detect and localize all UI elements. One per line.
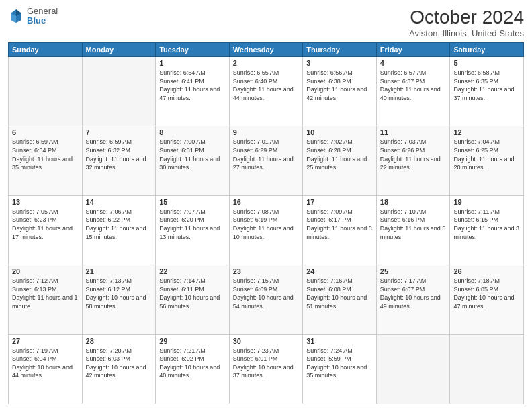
title-area: October 2024 Aviston, Illinois, United S… bbox=[409, 7, 524, 38]
day-number-3: 3 bbox=[306, 59, 373, 67]
week-row-3: 13Sunrise: 7:05 AMSunset: 6:23 PMDayligh… bbox=[9, 195, 524, 265]
day-number-31: 31 bbox=[306, 337, 373, 345]
day-info-9: Sunrise: 7:01 AMSunset: 6:29 PMDaylight:… bbox=[233, 138, 300, 171]
logo-blue-text: Blue bbox=[27, 16, 58, 26]
day-info-13: Sunrise: 7:05 AMSunset: 6:23 PMDaylight:… bbox=[12, 208, 79, 241]
daylight-2: Daylight: 11 hours and 44 minutes. bbox=[233, 85, 300, 102]
cell-3-5: 25Sunrise: 7:17 AMSunset: 6:07 PMDayligh… bbox=[376, 265, 450, 334]
daylight-17: Daylight: 11 hours and 8 minutes. bbox=[306, 224, 373, 241]
daylight-23: Daylight: 10 hours and 54 minutes. bbox=[233, 293, 300, 310]
daylight-5: Daylight: 11 hours and 37 minutes. bbox=[453, 85, 520, 102]
sunset-12: Sunset: 6:25 PM bbox=[453, 146, 520, 155]
day-info-11: Sunrise: 7:03 AMSunset: 6:26 PMDaylight:… bbox=[380, 138, 447, 171]
th-saturday: Saturday bbox=[450, 43, 524, 57]
sunrise-9: Sunrise: 7:01 AM bbox=[233, 138, 300, 146]
day-info-10: Sunrise: 7:02 AMSunset: 6:28 PMDaylight:… bbox=[306, 138, 373, 171]
cell-0-4: 3Sunrise: 6:56 AMSunset: 6:38 PMDaylight… bbox=[303, 57, 377, 126]
sunrise-10: Sunrise: 7:02 AM bbox=[306, 138, 373, 146]
day-number-5: 5 bbox=[453, 59, 520, 67]
location: Aviston, Illinois, United States bbox=[409, 28, 524, 38]
sunrise-26: Sunrise: 7:18 AM bbox=[453, 277, 520, 285]
cell-1-3: 9Sunrise: 7:01 AMSunset: 6:29 PMDaylight… bbox=[229, 126, 303, 195]
cell-3-6: 26Sunrise: 7:18 AMSunset: 6:05 PMDayligh… bbox=[450, 265, 524, 334]
sunset-3: Sunset: 6:38 PM bbox=[306, 77, 373, 86]
day-number-29: 29 bbox=[159, 337, 226, 345]
cell-3-1: 21Sunrise: 7:13 AMSunset: 6:12 PMDayligh… bbox=[82, 265, 156, 334]
daylight-30: Daylight: 10 hours and 37 minutes. bbox=[233, 363, 300, 380]
daylight-16: Daylight: 11 hours and 10 minutes. bbox=[233, 224, 300, 241]
sunset-22: Sunset: 6:11 PM bbox=[159, 285, 226, 294]
day-info-21: Sunrise: 7:13 AMSunset: 6:12 PMDaylight:… bbox=[86, 277, 152, 310]
day-info-6: Sunrise: 6:59 AMSunset: 6:34 PMDaylight:… bbox=[12, 138, 79, 171]
sunset-15: Sunset: 6:20 PM bbox=[159, 216, 226, 224]
week-row-2: 6Sunrise: 6:59 AMSunset: 6:34 PMDaylight… bbox=[9, 126, 524, 195]
day-number-12: 12 bbox=[453, 128, 520, 136]
day-number-8: 8 bbox=[159, 128, 226, 136]
day-number-27: 27 bbox=[12, 337, 79, 345]
sunrise-18: Sunrise: 7:10 AM bbox=[380, 208, 447, 216]
day-number-2: 2 bbox=[233, 59, 300, 67]
week-row-4: 20Sunrise: 7:12 AMSunset: 6:13 PMDayligh… bbox=[9, 265, 524, 334]
day-number-18: 18 bbox=[380, 198, 447, 206]
sunrise-14: Sunrise: 7:06 AM bbox=[86, 208, 152, 216]
day-info-29: Sunrise: 7:21 AMSunset: 6:02 PMDaylight:… bbox=[159, 347, 226, 380]
sunset-4: Sunset: 6:37 PM bbox=[380, 77, 447, 86]
sunrise-16: Sunrise: 7:08 AM bbox=[233, 208, 300, 216]
logo-icon bbox=[8, 8, 24, 24]
daylight-14: Daylight: 11 hours and 15 minutes. bbox=[86, 224, 152, 241]
sunrise-4: Sunrise: 6:57 AM bbox=[380, 68, 447, 77]
sunset-7: Sunset: 6:32 PM bbox=[86, 146, 152, 155]
cell-4-3: 30Sunrise: 7:23 AMSunset: 6:01 PMDayligh… bbox=[229, 334, 303, 404]
day-info-22: Sunrise: 7:14 AMSunset: 6:11 PMDaylight:… bbox=[159, 277, 226, 310]
daylight-8: Daylight: 11 hours and 30 minutes. bbox=[159, 155, 226, 172]
sunrise-8: Sunrise: 7:00 AM bbox=[159, 138, 226, 146]
cell-2-5: 18Sunrise: 7:10 AMSunset: 6:16 PMDayligh… bbox=[376, 195, 450, 265]
daylight-25: Daylight: 10 hours and 49 minutes. bbox=[380, 293, 447, 310]
sunset-24: Sunset: 6:08 PM bbox=[306, 285, 373, 294]
day-info-31: Sunrise: 7:24 AMSunset: 5:59 PMDaylight:… bbox=[306, 347, 373, 380]
daylight-9: Daylight: 11 hours and 27 minutes. bbox=[233, 155, 300, 172]
day-number-30: 30 bbox=[233, 337, 300, 345]
daylight-1: Daylight: 11 hours and 47 minutes. bbox=[159, 85, 226, 102]
daylight-13: Daylight: 11 hours and 17 minutes. bbox=[12, 224, 79, 241]
day-number-1: 1 bbox=[159, 59, 226, 67]
sunset-27: Sunset: 6:04 PM bbox=[12, 355, 79, 363]
sunrise-31: Sunrise: 7:24 AM bbox=[306, 347, 373, 355]
day-info-5: Sunrise: 6:58 AMSunset: 6:35 PMDaylight:… bbox=[453, 68, 520, 102]
sunset-5: Sunset: 6:35 PM bbox=[453, 77, 520, 86]
sunrise-29: Sunrise: 7:21 AM bbox=[159, 347, 226, 355]
daylight-21: Daylight: 10 hours and 58 minutes. bbox=[86, 293, 152, 310]
day-number-15: 15 bbox=[159, 198, 226, 206]
day-number-24: 24 bbox=[306, 267, 373, 275]
logo-general-text: General bbox=[27, 7, 58, 16]
sunrise-15: Sunrise: 7:07 AM bbox=[159, 208, 226, 216]
cell-3-4: 24Sunrise: 7:16 AMSunset: 6:08 PMDayligh… bbox=[303, 265, 377, 334]
day-info-16: Sunrise: 7:08 AMSunset: 6:19 PMDaylight:… bbox=[233, 208, 300, 241]
sunset-21: Sunset: 6:12 PM bbox=[86, 285, 152, 294]
sunrise-28: Sunrise: 7:20 AM bbox=[86, 347, 152, 355]
day-info-26: Sunrise: 7:18 AMSunset: 6:05 PMDaylight:… bbox=[453, 277, 520, 310]
sunrise-11: Sunrise: 7:03 AM bbox=[380, 138, 447, 146]
daylight-26: Daylight: 10 hours and 47 minutes. bbox=[453, 293, 520, 310]
daylight-7: Daylight: 11 hours and 32 minutes. bbox=[86, 155, 152, 172]
day-info-1: Sunrise: 6:54 AMSunset: 6:41 PMDaylight:… bbox=[159, 68, 226, 102]
day-info-7: Sunrise: 6:59 AMSunset: 6:32 PMDaylight:… bbox=[86, 138, 152, 171]
cell-3-2: 22Sunrise: 7:14 AMSunset: 6:11 PMDayligh… bbox=[156, 265, 230, 334]
day-info-18: Sunrise: 7:10 AMSunset: 6:16 PMDaylight:… bbox=[380, 208, 447, 241]
day-info-24: Sunrise: 7:16 AMSunset: 6:08 PMDaylight:… bbox=[306, 277, 373, 310]
page: General Blue October 2024 Aviston, Illin… bbox=[0, 0, 532, 411]
sunrise-3: Sunrise: 6:56 AM bbox=[306, 68, 373, 77]
day-info-2: Sunrise: 6:55 AMSunset: 6:40 PMDaylight:… bbox=[233, 68, 300, 102]
cell-3-0: 20Sunrise: 7:12 AMSunset: 6:13 PMDayligh… bbox=[9, 265, 83, 334]
sunset-29: Sunset: 6:02 PM bbox=[159, 355, 226, 363]
cell-4-1: 28Sunrise: 7:20 AMSunset: 6:03 PMDayligh… bbox=[82, 334, 156, 404]
cell-4-6 bbox=[450, 334, 524, 404]
sunrise-6: Sunrise: 6:59 AM bbox=[12, 138, 79, 146]
day-info-19: Sunrise: 7:11 AMSunset: 6:15 PMDaylight:… bbox=[453, 208, 520, 241]
day-number-6: 6 bbox=[12, 128, 79, 136]
cell-1-1: 7Sunrise: 6:59 AMSunset: 6:32 PMDaylight… bbox=[82, 126, 156, 195]
day-number-20: 20 bbox=[12, 267, 79, 275]
sunset-6: Sunset: 6:34 PM bbox=[12, 146, 79, 155]
daylight-27: Daylight: 10 hours and 44 minutes. bbox=[12, 363, 79, 380]
sunset-9: Sunset: 6:29 PM bbox=[233, 146, 300, 155]
